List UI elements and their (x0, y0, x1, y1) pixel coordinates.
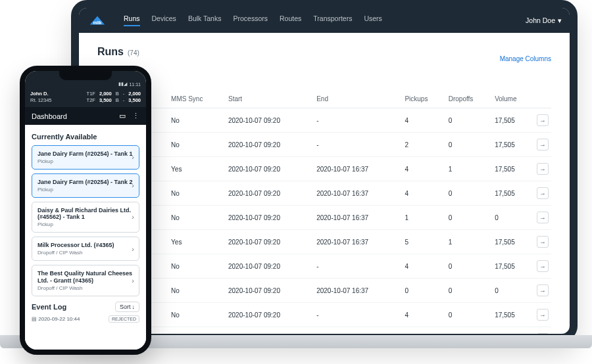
phone-infobar: John D. Rt. 12345 T1F2,000B-2,000T2F3,50… (25, 89, 146, 107)
row-open-button[interactable]: → (537, 187, 549, 199)
cell-end: - (314, 303, 402, 327)
cell-sync: No (168, 303, 226, 327)
cell-volume: 0 (492, 206, 534, 230)
table-row: RejectedNo2020-10-07 09:202020-10-07 16:… (97, 206, 551, 230)
row-open-button[interactable]: → (537, 236, 549, 248)
table-row: CompletedYes2020-10-07 09:202020-10-07 1… (97, 230, 551, 254)
row-open-button[interactable]: → (537, 212, 549, 223)
cell-dropoffs: 0 (446, 254, 492, 279)
sort-button[interactable]: Sort ↓ (115, 302, 139, 312)
cell-sync: No (168, 133, 226, 157)
user-name: John Doe (526, 16, 555, 24)
table-row: CancelledNo2020-10-07 09:202020-10-07 16… (97, 279, 551, 303)
cell-sync: No (168, 181, 226, 206)
nav-link-transporters[interactable]: Transporters (313, 14, 352, 26)
cell-end: - (314, 133, 402, 157)
cell-pickups: 4 (402, 157, 445, 181)
chevron-right-icon: › (132, 213, 134, 221)
table-row: ParkedNo2020-10-07 09:20-4017,505→ (97, 303, 551, 327)
cell-sync: Yes (168, 157, 226, 181)
page-count: (74) (128, 49, 139, 57)
cell-start: 2020-10-07 09:20 (226, 303, 314, 327)
cell-sync: No (168, 108, 226, 133)
cell-pickups: 4 (402, 181, 445, 206)
manage-columns-link[interactable]: Manage Columns (500, 55, 551, 62)
phone-user: John D. (30, 91, 52, 97)
cell-volume: 17,505 (492, 303, 534, 327)
sort-label: Sort (120, 304, 131, 310)
cell-pickups: 4 (402, 108, 445, 133)
dashboard-title: Dashboard (32, 112, 67, 120)
chat-icon[interactable]: ▭ (119, 112, 126, 120)
available-card[interactable]: Jane Dairy Farm (#20254) - Tank 2Pickup› (32, 173, 139, 198)
table-row: In ProgressNo2020-10-07 09:20-4017,505→ (97, 254, 551, 279)
col-volume[interactable]: Volume (492, 90, 534, 108)
more-icon[interactable]: ⋮ (132, 112, 139, 120)
available-card[interactable]: Jane Dairy Farm (#20254) - Tank 1Pickup› (32, 145, 139, 170)
card-subtitle: Dropoff / CIP Wash (37, 250, 134, 256)
available-card[interactable]: Milk Processor Ltd. (#4365)Dropoff / CIP… (32, 237, 139, 261)
card-subtitle: Pickup (37, 187, 134, 193)
table-row: CompletedYes2020-10-07 09:202020-10-07 1… (97, 157, 551, 181)
phone-frame: ▮▮◢ 11:11 John D. Rt. 12345 T1F2,000B-2,… (20, 66, 151, 355)
nav-link-devices[interactable]: Devices (152, 14, 176, 26)
cell-dropoffs: 0 (446, 181, 492, 206)
event-item[interactable]: ▤ 2020-09-22 10:44 REJECTED (32, 315, 139, 323)
dashboard-bar: Dashboard ▭ ⋮ (25, 107, 146, 125)
eventlog-title: Event Log (32, 303, 66, 311)
col-mms-sync[interactable]: MMS Sync (168, 90, 226, 108)
row-open-button[interactable]: → (537, 309, 549, 321)
cell-volume: 17,505 (492, 230, 534, 254)
row-open-button[interactable]: → (537, 284, 549, 296)
card-title: Milk Processor Ltd. (#4365) (37, 242, 134, 249)
col-pickups[interactable]: Pickups (402, 90, 445, 108)
available-card[interactable]: The Best Quality Natural Cheeses Ltd. - … (32, 265, 139, 296)
cell-sync: No (168, 254, 226, 279)
nav-link-processors[interactable]: Processors (233, 14, 268, 26)
chevron-right-icon: › (132, 153, 134, 161)
signal-icon: ▮▮◢ (118, 81, 127, 87)
top-nav: milk RunsDevicesBulk TanksProcessorsRout… (79, 8, 570, 33)
cell-end: - (314, 108, 402, 133)
row-open-button[interactable]: → (537, 139, 549, 150)
col-end[interactable]: End (314, 90, 402, 108)
chevron-down-icon: ▾ (558, 16, 562, 24)
tank-row: T1F2,000B-2,000 (87, 91, 141, 97)
cell-dropoffs: 0 (446, 303, 492, 327)
chevron-right-icon: › (132, 277, 134, 284)
user-menu[interactable]: John Doe ▾ (526, 16, 562, 24)
table-row: In ProgressNo2020-10-07 09:202020-10-07 … (97, 181, 551, 206)
card-subtitle: Dropoff / CIP Wash (37, 285, 134, 291)
chevron-right-icon: › (132, 245, 134, 253)
cell-dropoffs: 1 (446, 157, 492, 181)
chart-icon: ▤ (32, 316, 37, 322)
table-row: ParkedNo2020-10-07 09:20-2017,505→ (97, 133, 551, 157)
col-start[interactable]: Start (226, 90, 314, 108)
col-dropoffs[interactable]: Dropoffs (446, 90, 492, 108)
cell-volume: 0 (492, 279, 534, 303)
cell-volume: 17,505 (492, 157, 534, 181)
cell-end: - (314, 254, 402, 279)
cell-start: 2020-10-07 09:20 (226, 108, 314, 133)
nav-link-runs[interactable]: Runs (124, 14, 140, 26)
row-open-button[interactable]: → (537, 114, 549, 126)
cell-end: 2020-10-07 16:37 (314, 230, 402, 254)
nav-link-routes[interactable]: Routes (280, 14, 301, 26)
phone-route: Rt. 12345 (30, 97, 52, 103)
cell-start: 2020-10-07 09:20 (226, 181, 314, 206)
row-open-button[interactable]: → (537, 163, 549, 175)
nav-link-users[interactable]: Users (364, 14, 382, 26)
cell-sync: No (168, 279, 226, 303)
cell-volume: 17,505 (492, 181, 534, 206)
card-title: Jane Dairy Farm (#20254) - Tank 1 (37, 150, 134, 158)
cell-start: 2020-10-07 09:20 (226, 133, 314, 157)
cell-dropoffs: 0 (446, 133, 492, 157)
available-card[interactable]: Daisy & Paul Richard Dairies Ltd. (#4556… (32, 202, 139, 233)
brand-logo[interactable]: milk (87, 14, 108, 27)
available-title: Currently Available (32, 133, 139, 141)
cell-pickups: 4 (402, 303, 445, 327)
row-open-button[interactable]: → (537, 260, 549, 272)
nav-link-bulk-tanks[interactable]: Bulk Tanks (188, 14, 222, 26)
cell-end: 2020-10-07 16:37 (314, 279, 402, 303)
card-subtitle: Pickup (37, 158, 134, 164)
